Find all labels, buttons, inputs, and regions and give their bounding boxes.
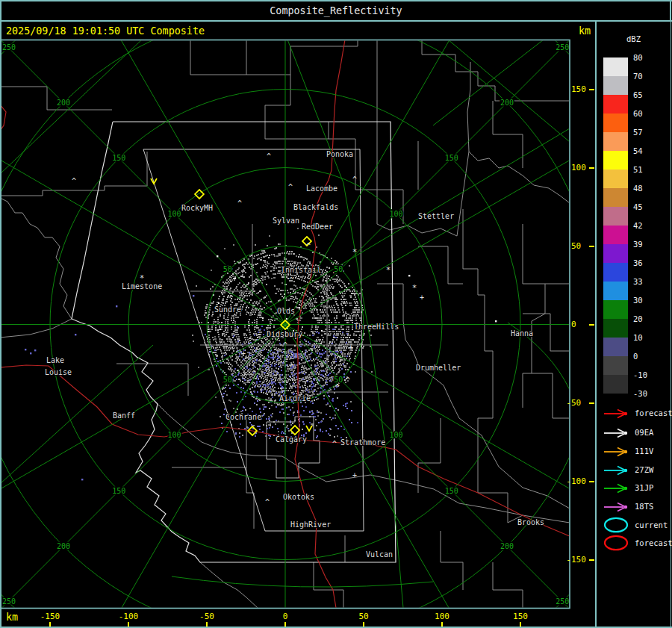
right-axis-tick-label: 100 [571,163,586,172]
caret-marker: ^ [265,498,270,506]
bottom-axis-tick [284,622,286,627]
colorbar-swatch [603,356,628,375]
azimuth-line [285,0,517,325]
right-axis-tick-label: -50 [566,398,581,408]
blue-dot-marker [116,305,117,307]
legend-ellipse-label: forecast [635,538,672,547]
place-label: Ponoka [326,150,353,158]
right-axis-tick-label: -100 [566,476,586,486]
caret-marker: ^ [332,440,337,448]
blue-dot-marker [34,349,36,351]
forecast-arrow-icon [603,408,629,422]
place-label: Limestone [122,282,162,290]
place-label: Airdrie [279,394,311,402]
bottom-axis-tick-label: 50 [347,612,380,621]
colorbar-swatch [603,282,628,300]
plus-marker: + [349,343,353,352]
colorbar-value-label: -30 [633,389,647,398]
colorbar-swatch [603,338,628,356]
colorbar-value-label: 57 [633,128,643,137]
asterisk-marker: * [412,283,417,293]
colorbar-value-label: 10 [633,333,643,342]
radar-map-canvas[interactable]: 5010015020025050100150200250501001502002… [0,0,672,628]
caret-marker: ^ [72,177,76,185]
range-ring-label: 250 [556,43,569,52]
plus-marker: + [352,471,357,479]
range-ring-label: 250 [2,43,16,52]
colorbar-value-label: 70 [633,72,643,81]
legend-ellipse-label: current [635,520,668,529]
blue-dot-marker [75,334,76,335]
caret-marker: ^ [267,152,271,161]
asterisk-marker: * [386,265,391,275]
place-label: Stettler [418,212,454,220]
colorbar-value-label: 30 [633,296,643,305]
colorbar-value-label: -10 [633,370,647,379]
31jp-arrow-icon [603,482,629,497]
range-ring-label: 100 [168,431,181,439]
bottom-axis-tick-label: -100 [112,612,145,621]
v-marker [306,426,312,431]
caret-marker: ^ [306,242,311,250]
plus-marker: + [241,349,246,358]
azimuth-line [0,325,285,556]
colorbar-swatch [603,76,628,95]
colorbar-swatch [603,319,628,338]
right-axis-tick [589,324,594,326]
range-ring-label: 250 [556,597,569,606]
legend-arrow-label: 09EA [635,428,653,437]
white-dot-marker [495,320,497,322]
range-ring-label: 200 [57,99,70,107]
colorbar-value-label: 60 [633,109,643,118]
bottom-axis-tick-label: -150 [34,612,66,621]
plus-marker: + [420,293,424,302]
caret-marker: ^ [290,363,294,371]
legend-arrow-label: 111V [635,447,653,456]
right-axis-tick [589,559,594,561]
map-layers: 5010015020025050100150200250501001502002… [0,0,672,628]
colorbar-value-label: 42 [633,221,643,230]
colorbar-value-label: 51 [633,165,643,174]
colorbar-swatch [603,151,628,170]
place-label: Cochrane [225,413,261,421]
colorbar-value-label: 45 [633,202,643,211]
asterisk-marker: * [352,247,358,257]
legend-arrow-label: 27ZW [635,465,653,474]
range-ring-label: 50 [223,376,232,384]
right-axis-tick-label: 50 [571,241,581,251]
place-label: Olds [277,307,295,315]
right-axis-tick [589,481,594,482]
right-axis-tick-label: 0 [571,320,576,329]
azimuth-line [54,325,285,628]
right-axis-tick [589,167,594,169]
range-ring-label: 100 [168,210,181,218]
caret-marker: ^ [288,183,293,191]
colorbar-value-label: 0 [633,352,638,361]
graticule-arc [172,576,433,587]
range-ring-label: 150 [112,154,125,162]
place-label: Sundre [214,305,241,314]
colorbar-value-label: 36 [633,258,643,267]
place-label: Brooks [517,518,544,526]
right-axis-tick [589,246,594,247]
blue-dot-marker [25,349,26,350]
graticule-line [448,40,570,142]
bottom-axis-tick [49,622,51,627]
place-label: Vulcan [366,550,393,559]
bottom-axis-tick [128,622,129,627]
blue-dot-marker [81,479,83,480]
radar-app-window: Composite_Reflectivity 2025/09/18 19:01:… [0,0,672,628]
colorbar-swatch [603,114,628,132]
place-label: ThreeHills [354,323,399,331]
bottom-axis-tick-label: 100 [426,612,458,621]
colorbar-swatch [603,375,628,394]
range-ring-label: 200 [500,99,514,107]
colorbar-swatch [603,244,628,263]
place-label: Hanna [511,329,533,338]
caret-marker: ^ [289,276,293,285]
colorbar-value-label: 80 [633,53,643,62]
caret-marker: ^ [352,175,357,184]
colorbar-swatch [603,207,628,226]
right-axis-tick [589,89,594,90]
range-ring-label: 50 [223,265,232,273]
